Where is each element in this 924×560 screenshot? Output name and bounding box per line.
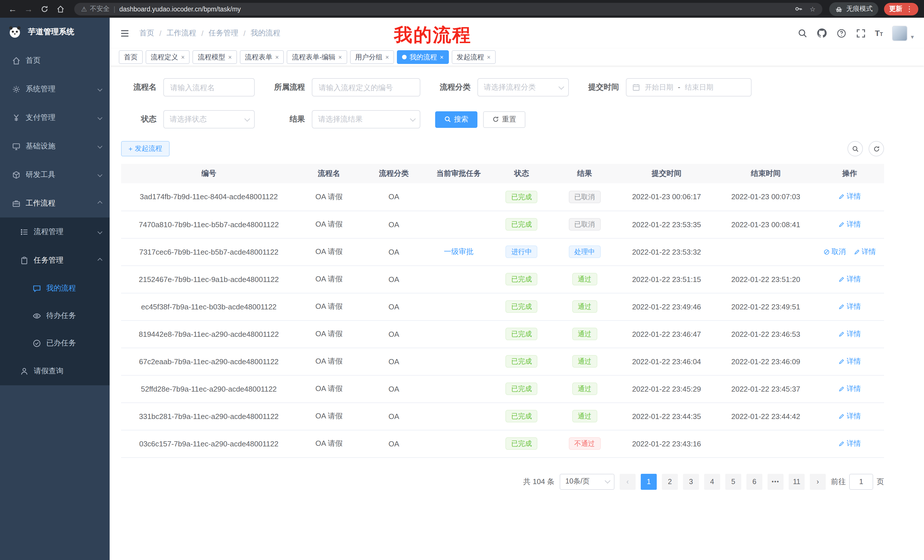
sidebar-item-system[interactable]: 系统管理 xyxy=(0,75,110,103)
tab-home[interactable]: 首页 xyxy=(119,50,143,64)
process-definition-input[interactable] xyxy=(312,78,420,96)
tab-close-icon[interactable]: × xyxy=(487,54,490,60)
detail-link[interactable]: 详情 xyxy=(838,384,861,394)
chevron-down-icon xyxy=(98,229,102,234)
goto-page-input[interactable] xyxy=(849,473,873,490)
chevron-down-icon xyxy=(605,478,610,484)
password-key-icon[interactable] xyxy=(794,4,802,13)
page-size-select[interactable]: 10条/页 xyxy=(560,473,615,490)
initiate-process-button[interactable]: + 发起流程 xyxy=(121,141,170,156)
page-button-1[interactable]: 1 xyxy=(641,473,657,490)
page-button-2[interactable]: 2 xyxy=(662,473,678,490)
github-icon[interactable] xyxy=(817,28,827,38)
reload-icon[interactable] xyxy=(38,2,51,16)
detail-link[interactable]: 详情 xyxy=(838,329,861,339)
page-button-3[interactable]: 3 xyxy=(683,473,699,490)
user-menu[interactable]: ▼ xyxy=(892,25,915,41)
tab-close-icon[interactable]: × xyxy=(440,54,444,60)
sidebar-item-process-management[interactable]: 流程管理 xyxy=(0,217,110,246)
browser-home-icon[interactable] xyxy=(54,2,68,16)
tab-close-icon[interactable]: × xyxy=(275,54,279,60)
sidebar-item-workflow[interactable]: 工作流程 xyxy=(0,189,110,217)
page-button-6[interactable]: 6 xyxy=(746,473,762,490)
more-pages-button[interactable]: ••• xyxy=(768,473,783,490)
incognito-badge[interactable]: 无痕模式 xyxy=(829,2,878,16)
refresh-icon xyxy=(492,116,499,123)
edit-icon xyxy=(838,221,845,228)
reset-button[interactable]: 重置 xyxy=(483,111,525,127)
sidebar-item-infrastructure[interactable]: 基础设施 xyxy=(0,132,110,160)
breadcrumb-workflow[interactable]: 工作流程 xyxy=(166,28,196,38)
current-task-link[interactable]: 一级审批 xyxy=(444,247,473,257)
sidebar-item-payment[interactable]: 支付管理 xyxy=(0,103,110,132)
tab-close-icon[interactable]: × xyxy=(338,54,342,60)
result-select[interactable]: 请选择流结果 xyxy=(312,110,420,129)
breadcrumb-separator: / xyxy=(201,29,203,37)
sidebar-item-leave-query[interactable]: 请假查询 xyxy=(0,357,110,385)
status-badge: 已完成 xyxy=(506,355,538,368)
breadcrumb: 首页 / 工作流程 / 任务管理 / 我的流程 xyxy=(140,28,280,38)
cancel-link[interactable]: 取消 xyxy=(824,247,846,257)
sidebar-item-my-process[interactable]: 我的流程 xyxy=(0,275,110,302)
yen-icon xyxy=(11,113,21,122)
tab-process-model[interactable]: 流程模型× xyxy=(193,50,237,64)
fullscreen-icon[interactable] xyxy=(855,28,866,38)
tab-user-group[interactable]: 用户分组× xyxy=(350,50,394,64)
search-icon[interactable] xyxy=(797,28,807,38)
update-button[interactable]: 更新 ⋮ xyxy=(884,3,918,15)
detail-link[interactable]: 详情 xyxy=(854,247,876,257)
detail-link[interactable]: 详情 xyxy=(838,356,861,366)
search-button[interactable]: 搜索 xyxy=(435,111,477,127)
breadcrumb-home[interactable]: 首页 xyxy=(140,28,154,38)
process-name-input[interactable] xyxy=(164,78,255,96)
app-logo[interactable]: 芋道管理系统 xyxy=(0,18,110,46)
table-row: ec45f38f-7b9a-11ec-b03b-acde48001122 OA … xyxy=(121,293,884,320)
process-category-select[interactable]: 请选择流程分类 xyxy=(477,78,569,96)
detail-link[interactable]: 详情 xyxy=(838,192,861,202)
tab-my-process[interactable]: 我的流程× xyxy=(397,50,448,64)
tab-process-form-edit[interactable]: 流程表单-编辑× xyxy=(287,50,347,64)
sidebar-item-task-management[interactable]: 任务管理 xyxy=(0,246,110,275)
prev-page-button[interactable]: ‹ xyxy=(620,473,636,490)
row-submit-time: 2022-01-22 23:53:35 xyxy=(632,220,701,229)
font-size-icon[interactable]: TT xyxy=(875,28,883,38)
tab-close-icon[interactable]: × xyxy=(386,54,389,60)
refresh-table-button[interactable] xyxy=(868,141,884,156)
status-label: 状态 xyxy=(121,114,156,124)
forward-icon[interactable]: → xyxy=(22,2,35,16)
page-button-5[interactable]: 5 xyxy=(725,473,741,490)
tab-close-icon[interactable]: × xyxy=(228,54,232,60)
toggle-search-button[interactable] xyxy=(848,141,863,156)
tab-initiate-process[interactable]: 发起流程× xyxy=(452,50,496,64)
tab-close-icon[interactable]: × xyxy=(181,54,185,60)
row-end-time: 2022-01-23 00:08:41 xyxy=(731,220,800,229)
status-select[interactable]: 请选择状态 xyxy=(164,110,255,129)
table-row: 2152467e-7b9b-11ec-9a1b-acde48001122 OA … xyxy=(121,265,884,293)
table-row: 331bc281-7b9a-11ec-a290-acde48001122 OA … xyxy=(121,403,884,430)
sidebar-item-home[interactable]: 首页 xyxy=(0,46,110,75)
detail-link[interactable]: 详情 xyxy=(838,302,861,311)
breadcrumb-task-management[interactable]: 任务管理 xyxy=(209,28,238,38)
bookmark-star-icon[interactable]: ☆ xyxy=(810,5,816,13)
detail-link[interactable]: 详情 xyxy=(838,439,861,448)
sidebar-item-done-tasks[interactable]: 已办任务 xyxy=(0,329,110,357)
row-category: OA xyxy=(388,247,399,256)
back-icon[interactable]: ← xyxy=(6,2,20,16)
hamburger-icon[interactable] xyxy=(119,27,130,39)
tab-process-form[interactable]: 流程表单× xyxy=(240,50,284,64)
result-badge: 处理中 xyxy=(568,246,600,258)
help-icon[interactable] xyxy=(836,28,846,38)
row-name: OA 请假 xyxy=(315,384,342,393)
next-page-button[interactable]: › xyxy=(810,473,826,490)
sidebar-item-devtools[interactable]: 研发工具 xyxy=(0,160,110,189)
page-button-4[interactable]: 4 xyxy=(704,473,720,490)
detail-link[interactable]: 详情 xyxy=(838,220,861,229)
tab-process-definition[interactable]: 流程定义× xyxy=(146,50,190,64)
detail-link[interactable]: 详情 xyxy=(838,274,861,284)
sidebar-item-todo-tasks[interactable]: 待办任务 xyxy=(0,302,110,329)
page-button-last[interactable]: 11 xyxy=(789,473,805,490)
main-area: 首页 / 工作流程 / 任务管理 / 我的流程 我的流程 xyxy=(110,18,924,560)
submit-time-range-picker[interactable]: 开始日期 - 结束日期 xyxy=(626,78,752,96)
address-bar[interactable]: ⚠ 不安全 | dashboard.yudao.iocoder.cn/bpm/t… xyxy=(74,3,822,15)
detail-link[interactable]: 详情 xyxy=(838,411,861,421)
